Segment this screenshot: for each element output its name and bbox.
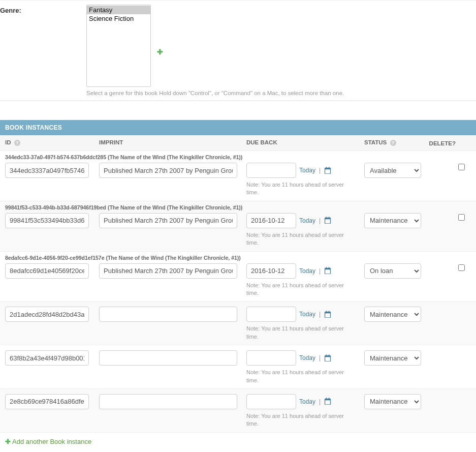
genre-label: Genre: [0, 5, 86, 96]
timezone-note: Note: You are 11 hours ahead of server t… [246, 369, 348, 384]
due-back-input[interactable] [246, 213, 296, 228]
id-input[interactable] [5, 350, 89, 366]
inline-row: Today|Note: You are 11 hours ahead of se… [0, 389, 476, 433]
status-select[interactable]: AvailableOn loanMaintenanceReserved [364, 163, 421, 178]
calendar-icon[interactable] [324, 398, 331, 405]
today-link[interactable]: Today [299, 167, 315, 174]
id-input[interactable] [5, 263, 89, 279]
inline-row: Today|Note: You are 11 hours ahead of se… [0, 345, 476, 389]
row-original-label: 99841f53-c533-494b-b33d-687946f19bed (Th… [0, 201, 476, 212]
separator: | [319, 398, 321, 405]
delete-checkbox[interactable] [458, 164, 465, 170]
col-header-due: DUE BACK [246, 139, 277, 145]
today-link[interactable]: Today [299, 217, 315, 224]
inline-table-header: ID ? IMPRINT DUE BACK STATUS ? DELETE? [0, 135, 476, 151]
id-input[interactable] [5, 163, 89, 178]
timezone-note: Note: You are 11 hours ahead of server t… [246, 231, 348, 247]
status-select[interactable]: AvailableOn loanMaintenanceReserved [364, 213, 421, 228]
status-select[interactable]: AvailableOn loanMaintenanceReserved [364, 307, 421, 322]
calendar-icon[interactable] [324, 267, 331, 275]
imprint-input[interactable] [99, 213, 237, 228]
inline-row: Today|Note: You are 11 hours ahead of se… [0, 302, 476, 345]
separator: | [319, 167, 321, 174]
delete-checkbox[interactable] [458, 264, 465, 271]
timezone-note: Note: You are 11 hours ahead of server t… [246, 412, 348, 428]
calendar-icon[interactable] [324, 217, 331, 224]
add-book-instance-link[interactable]: ✚Add another Book instance [5, 438, 91, 445]
add-book-instance-label: Add another Book instance [12, 438, 91, 445]
help-icon[interactable]: ? [390, 140, 396, 146]
calendar-icon[interactable] [324, 311, 331, 318]
inline-row: 99841f53-c533-494b-b33d-687946f19bed (Th… [0, 201, 476, 252]
due-back-input[interactable] [246, 163, 296, 178]
col-header-delete: DELETE? [429, 140, 456, 146]
status-select[interactable]: AvailableOn loanMaintenanceReserved [364, 394, 421, 409]
today-link[interactable]: Today [299, 354, 315, 361]
genre-help-text: Select a genre for this book Hold down "… [86, 90, 476, 96]
col-header-id: ID [5, 139, 11, 145]
imprint-input[interactable] [99, 307, 237, 322]
genre-field-row: Genre: FantasyScience Fiction ✚ Select a… [0, 0, 476, 101]
separator: | [319, 354, 321, 361]
id-input[interactable] [5, 307, 89, 322]
col-header-status: STATUS [364, 139, 387, 145]
due-back-input[interactable] [246, 350, 296, 366]
imprint-input[interactable] [99, 350, 237, 366]
imprint-input[interactable] [99, 163, 237, 178]
status-select[interactable]: AvailableOn loanMaintenanceReserved [364, 350, 421, 366]
today-link[interactable]: Today [299, 398, 315, 405]
help-icon[interactable]: ? [14, 140, 20, 146]
separator: | [319, 311, 321, 318]
add-genre-icon[interactable]: ✚ [157, 48, 163, 56]
inline-row: 8edafcc6-9d1e-4056-9f20-ce99d1ef157e (Th… [0, 252, 476, 302]
calendar-icon[interactable] [324, 167, 331, 174]
delete-checkbox[interactable] [458, 214, 465, 221]
imprint-input[interactable] [99, 263, 237, 279]
id-input[interactable] [5, 394, 89, 409]
imprint-input[interactable] [99, 394, 237, 409]
row-original-label: 344edc33-37a0-497f-b574-637b6ddcf285 (Th… [0, 151, 476, 161]
id-input[interactable] [5, 213, 89, 228]
timezone-note: Note: You are 11 hours ahead of server t… [246, 325, 348, 341]
timezone-note: Note: You are 11 hours ahead of server t… [246, 181, 348, 197]
calendar-icon[interactable] [324, 354, 331, 362]
row-original-label: 8edafcc6-9d1e-4056-9f20-ce99d1ef157e (Th… [0, 252, 476, 262]
due-back-input[interactable] [246, 307, 296, 322]
timezone-note: Note: You are 11 hours ahead of server t… [246, 282, 348, 297]
separator: | [319, 267, 321, 275]
today-link[interactable]: Today [299, 267, 315, 275]
today-link[interactable]: Today [299, 311, 315, 318]
separator: | [319, 217, 321, 224]
genre-select[interactable]: FantasyScience Fiction [86, 5, 151, 87]
due-back-input[interactable] [246, 394, 296, 409]
col-header-imprint: IMPRINT [99, 139, 123, 145]
status-select[interactable]: AvailableOn loanMaintenanceReserved [364, 263, 421, 279]
due-back-input[interactable] [246, 263, 296, 279]
inline-row: 344edc33-37a0-497f-b574-637b6ddcf285 (Th… [0, 151, 476, 201]
plus-icon: ✚ [5, 438, 11, 445]
book-instances-header: BOOK INSTANCES [0, 120, 476, 135]
